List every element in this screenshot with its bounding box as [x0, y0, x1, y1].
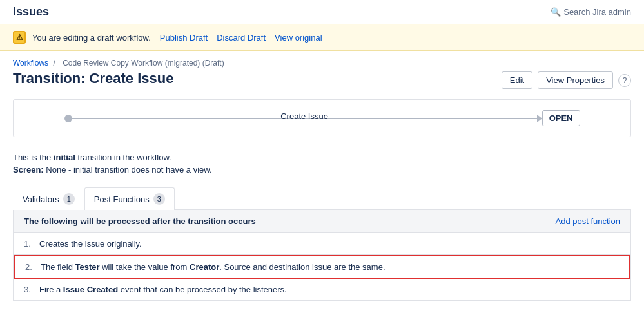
diagram-line: Create Issue: [72, 118, 537, 119]
breadcrumb-section: Workflows / Code Review Copy Workflow (m…: [0, 51, 644, 91]
breadcrumb: Workflows / Code Review Copy Workflow (m…: [13, 59, 631, 68]
diagram-arrow: [537, 115, 542, 122]
tab-post-functions-badge: 3: [153, 193, 165, 205]
view-original-link[interactable]: View original: [275, 33, 322, 43]
publish-draft-link[interactable]: Publish Draft: [160, 33, 208, 43]
draft-message: You are editing a draft workflow.: [32, 33, 151, 43]
diagram-start-dot: [64, 115, 72, 122]
warning-icon: ⚠: [13, 31, 26, 44]
top-header: Issues 🔍 Search Jira admin: [0, 0, 644, 24]
pf-header-text: The following will be processed after th…: [24, 216, 256, 226]
tab-post-functions-label: Post Functions: [94, 194, 150, 204]
breadcrumb-workflows[interactable]: Workflows: [13, 59, 48, 68]
workflow-diagram: Create Issue OPEN: [13, 99, 631, 137]
search-icon: 🔍: [551, 7, 561, 17]
pf-item-1: 1. Creates the issue originally.: [14, 233, 630, 255]
draft-banner: ⚠ You are editing a draft workflow. Publ…: [0, 24, 644, 51]
pf-text-2: The field Tester will take the value fro…: [41, 262, 619, 272]
diagram-label: Create Issue: [280, 111, 328, 121]
info-line1: This is the initial transition in the wo…: [13, 153, 631, 162]
diagram-state: OPEN: [542, 110, 580, 126]
info-section: This is the initial transition in the wo…: [0, 145, 644, 181]
page-title: Transition: Create Issue: [13, 70, 173, 87]
pf-number-2: 2.: [25, 262, 41, 272]
app-title: Issues: [13, 5, 49, 19]
pf-item-2: 2. The field Tester will take the value …: [14, 255, 630, 279]
tab-post-functions[interactable]: Post Functions 3: [84, 187, 175, 210]
pf-number-3: 3.: [24, 285, 39, 294]
post-functions-panel: The following will be processed after th…: [13, 210, 631, 301]
edit-button[interactable]: Edit: [502, 71, 532, 89]
search-admin-button[interactable]: 🔍 Search Jira admin: [551, 7, 631, 17]
view-properties-button[interactable]: View Properties: [538, 71, 613, 89]
discard-draft-link[interactable]: Discard Draft: [217, 33, 266, 43]
pf-header: The following will be processed after th…: [14, 210, 630, 233]
help-icon[interactable]: ?: [618, 74, 631, 87]
pf-text-1: Creates the issue originally.: [39, 239, 620, 249]
add-post-function-link[interactable]: Add post function: [556, 216, 620, 226]
pf-item-3: 3. Fire a Issue Created event that can b…: [14, 279, 630, 300]
tab-validators-badge: 1: [63, 193, 75, 205]
pf-text-3: Fire a Issue Created event that can be p…: [39, 285, 620, 294]
pf-number-1: 1.: [24, 239, 39, 249]
tab-validators-label: Validators: [23, 194, 59, 204]
tabs-bar: Validators 1 Post Functions 3: [13, 187, 631, 210]
info-line2: Screen: None - initial transition does n…: [13, 165, 631, 175]
tab-validators[interactable]: Validators 1: [13, 187, 84, 210]
